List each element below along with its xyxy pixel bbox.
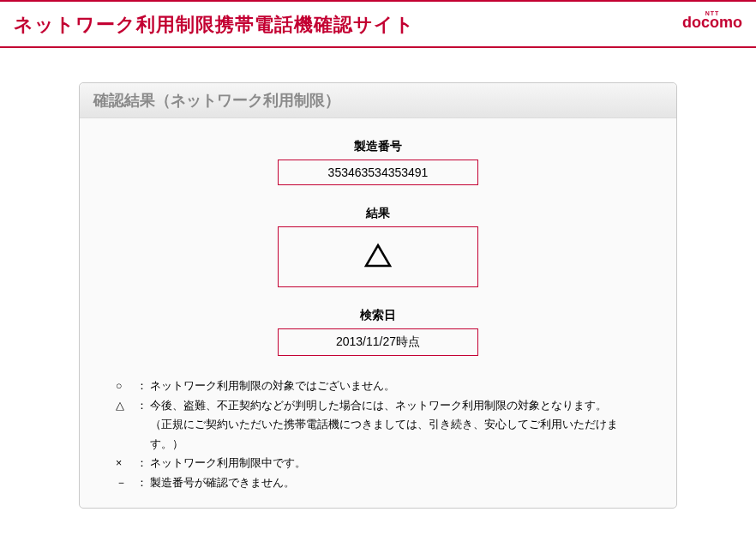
legend-sep: ：	[136, 376, 150, 396]
legend-sep: ：	[136, 454, 150, 473]
panel-header-text: 確認結果（ネットワーク利用制限）	[93, 92, 340, 109]
legend-text: ネットワーク利用制限中です。	[150, 454, 306, 473]
date-block: 検索日 2013/11/27時点	[111, 308, 645, 356]
legend-symbol: －	[116, 473, 136, 493]
legend-text: 今後、盗難、不正契約などが判明した場合には、ネットワーク利用制限の対象となります…	[150, 396, 607, 416]
panel-body: 製造番号 353463534353491 結果 検索日 2013/11/27時点	[80, 118, 676, 508]
serial-label: 製造番号	[111, 139, 645, 154]
legend-row: ○ ： ネットワーク利用制限の対象ではございません。	[116, 376, 645, 396]
legend-row: － ： 製造番号が確認できません。	[116, 473, 645, 493]
legend-text: 製造番号が確認できません。	[150, 473, 295, 493]
serial-block: 製造番号 353463534353491	[111, 139, 645, 185]
legend-symbol: △	[116, 396, 136, 416]
legend-row: △ ： 今後、盗難、不正契約などが判明した場合には、ネットワーク利用制限の対象と…	[116, 396, 645, 416]
legend-symbol: ○	[116, 376, 136, 396]
date-value: 2013/11/27時点	[278, 328, 478, 356]
legend-sep: ：	[136, 473, 150, 493]
legend-sep: ：	[136, 396, 150, 416]
serial-value: 353463534353491	[278, 160, 478, 185]
result-panel: 確認結果（ネットワーク利用制限） 製造番号 353463534353491 結果	[79, 82, 677, 509]
result-value	[278, 226, 478, 287]
legend-symbol: ×	[116, 454, 136, 473]
date-label: 検索日	[111, 308, 645, 323]
page-header: ネットワーク利用制限携帯電話機確認サイト NTT docomo	[0, 2, 756, 46]
docomo-logo: NTT docomo	[682, 10, 742, 30]
legend-row: × ： ネットワーク利用制限中です。	[116, 454, 645, 473]
legend-subtext: （正規にご契約いただいた携帯電話機につきましては、引き続き、安心してご利用いただ…	[116, 415, 645, 454]
triangle-icon	[363, 243, 393, 268]
legend: ○ ： ネットワーク利用制限の対象ではございません。 △ ： 今後、盗難、不正契…	[111, 376, 645, 492]
logo-main-text: docomo	[682, 14, 742, 31]
content-area: 確認結果（ネットワーク利用制限） 製造番号 353463534353491 結果	[0, 48, 756, 543]
legend-text: ネットワーク利用制限の対象ではございません。	[150, 376, 395, 396]
site-title: ネットワーク利用制限携帯電話機確認サイト	[14, 12, 415, 38]
result-label: 結果	[111, 206, 645, 221]
panel-header: 確認結果（ネットワーク利用制限）	[80, 83, 676, 118]
result-block: 結果	[111, 206, 645, 287]
